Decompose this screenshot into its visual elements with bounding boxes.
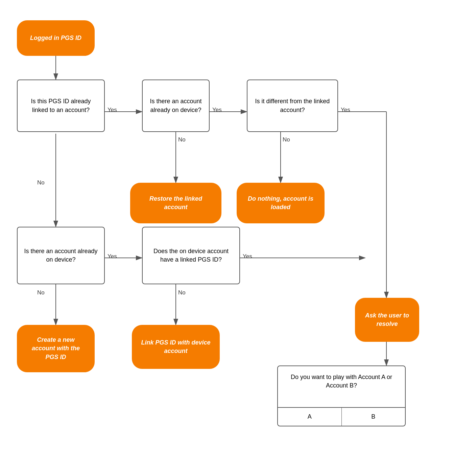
start-node: Logged in PGS ID xyxy=(17,20,95,56)
a-resolve-label: Ask the user to resolve xyxy=(363,311,411,328)
label-q3-no: No xyxy=(283,136,290,143)
label-q2-yes: Yes xyxy=(212,107,222,113)
label-q1-yes: Yes xyxy=(108,107,117,113)
q4-label: Is there an account already on device? xyxy=(23,247,99,264)
dialog-buttons: A B xyxy=(278,407,405,426)
dialog-btn-b[interactable]: B xyxy=(342,408,405,426)
a-restore-label: Restore the linked account xyxy=(138,195,213,212)
a-resolve-node: Ask the user to resolve xyxy=(355,298,419,342)
label-q4-yes: Yes xyxy=(108,253,117,260)
dialog-body: Do you want to play with Account A or Ac… xyxy=(278,366,405,407)
label-q5-yes: Yes xyxy=(243,253,252,260)
q3-label: Is it different from the linked account? xyxy=(253,97,332,114)
q3-node: Is it different from the linked account? xyxy=(247,80,338,132)
dialog-btn-a[interactable]: A xyxy=(278,408,342,426)
a-donothing-node: Do nothing, account is loaded xyxy=(237,183,325,223)
label-q5-no: No xyxy=(178,289,186,296)
a-restore-node: Restore the linked account xyxy=(130,183,221,223)
a-create-node: Create a new account with the PGS ID xyxy=(17,325,95,372)
dialog-node: Do you want to play with Account A or Ac… xyxy=(277,365,406,426)
start-label: Logged in PGS ID xyxy=(30,34,81,42)
a-link-label: Link PGS ID with device account xyxy=(140,338,212,355)
flowchart: Logged in PGS ID Is this PGS ID already … xyxy=(0,0,476,466)
q5-node: Does the on device account have a linked… xyxy=(142,227,240,284)
a-donothing-label: Do nothing, account is loaded xyxy=(245,195,316,212)
q1-label: Is this PGS ID already linked to an acco… xyxy=(23,97,99,114)
q1-node: Is this PGS ID already linked to an acco… xyxy=(17,80,105,132)
q4-node: Is there an account already on device? xyxy=(17,227,105,284)
q2-label: Is there an account already on device? xyxy=(148,97,204,114)
label-q3-yes: Yes xyxy=(341,107,350,113)
q2-node: Is there an account already on device? xyxy=(142,80,210,132)
q5-label: Does the on device account have a linked… xyxy=(148,247,234,264)
a-link-node: Link PGS ID with device account xyxy=(132,325,220,369)
label-q4-no: No xyxy=(37,289,45,296)
dialog-body-text: Do you want to play with Account A or Ac… xyxy=(291,374,392,389)
a-create-label: Create a new account with the PGS ID xyxy=(25,336,87,361)
label-q2-no: No xyxy=(178,136,186,143)
label-q1-no: No xyxy=(37,179,45,186)
